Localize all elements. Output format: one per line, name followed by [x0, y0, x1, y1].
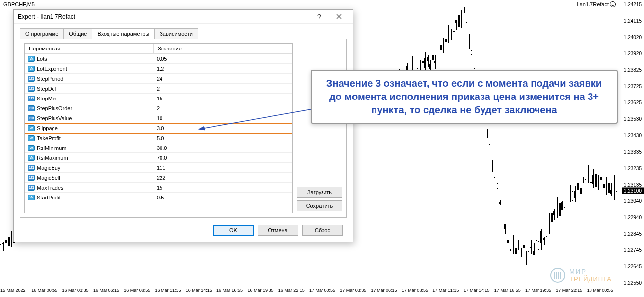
- param-value[interactable]: 5.0: [154, 135, 292, 141]
- save-button[interactable]: Сохранить: [297, 200, 342, 211]
- param-row-stepdel[interactable]: 123StepDel2: [25, 84, 292, 94]
- candle: [577, 180, 579, 191]
- load-button[interactable]: Загрузить: [297, 187, 342, 198]
- param-value[interactable]: 15: [154, 96, 292, 101]
- param-row-stepplusvalue[interactable]: 123StepPlusValue10: [25, 113, 292, 123]
- param-row-slippage[interactable]: VaSlippage3.0: [25, 123, 292, 133]
- x-tick: 17 Mar 06:15: [371, 286, 402, 297]
- param-name: RsiMaximum: [37, 155, 68, 161]
- int-type-icon: 123: [28, 96, 35, 101]
- int-type-icon: 123: [28, 175, 35, 181]
- double-type-icon: Va: [28, 155, 35, 161]
- param-value[interactable]: 2: [154, 86, 292, 92]
- candle: [562, 201, 563, 210]
- close-button[interactable]: [329, 11, 349, 23]
- candle: [551, 207, 553, 230]
- parameters-table[interactable]: Переменная Значение VaLots0.05VaLotExpon…: [24, 43, 293, 213]
- candle: [580, 183, 582, 200]
- candle: [502, 210, 504, 219]
- x-tick: 15 Mar 2022: [0, 286, 31, 297]
- param-name: MagicSell: [37, 175, 60, 181]
- help-button[interactable]: ?: [309, 11, 329, 23]
- param-value[interactable]: 24: [154, 76, 292, 82]
- candle: [549, 213, 550, 233]
- x-tick: 17 Mar 11:35: [432, 286, 463, 297]
- y-tick: 1.23235: [624, 165, 642, 171]
- y-tick: 1.23725: [624, 84, 642, 89]
- x-tick: 16 Mar 06:15: [93, 286, 124, 297]
- candle: [489, 136, 491, 148]
- candle: [588, 165, 589, 183]
- param-value[interactable]: 70.0: [154, 155, 292, 161]
- param-value[interactable]: 2: [154, 105, 292, 111]
- chart-ea-name: Ilan1.7Refact: [577, 1, 609, 7]
- param-row-takeprofit[interactable]: VaTakeProfit5.0: [25, 133, 292, 143]
- tab-0[interactable]: О программе: [20, 28, 64, 39]
- param-value[interactable]: 3.0: [154, 125, 292, 131]
- x-tick: 17 Mar 19:35: [525, 286, 556, 297]
- tab-3[interactable]: Зависимости: [154, 28, 198, 39]
- chart-symbol-timeframe: GBPCHF,M5: [3, 1, 35, 7]
- int-type-icon: 123: [28, 76, 35, 82]
- candle: [598, 175, 599, 190]
- candle: [572, 185, 574, 203]
- watermark-logo: МИР ТРЕЙДИНГА: [550, 268, 612, 283]
- candle: [559, 203, 561, 224]
- candle: [583, 177, 584, 183]
- param-row-maxtrades[interactable]: 123MaxTrades15: [25, 183, 292, 193]
- param-row-stepplusorder[interactable]: 123StepPlusOrder2: [25, 103, 292, 113]
- param-value[interactable]: 222: [154, 175, 292, 181]
- col-header-variable[interactable]: Переменная: [25, 44, 154, 53]
- annotation-callout: Значение 3 означает, что если с момента …: [311, 70, 618, 124]
- param-value[interactable]: 30.0: [154, 145, 292, 151]
- param-row-stepperiod[interactable]: 123StepPeriod24: [25, 74, 292, 84]
- cancel-button[interactable]: Отмена: [258, 225, 298, 236]
- y-tick: 1.22745: [624, 247, 642, 252]
- expert-properties-dialog: Expert - Ilan1.7Refact ? О программеОбщи…: [13, 9, 353, 242]
- param-value[interactable]: 10: [154, 115, 292, 121]
- close-icon: [336, 14, 342, 19]
- candle: [456, 20, 457, 30]
- double-type-icon: Va: [28, 145, 35, 151]
- param-row-lots[interactable]: VaLots0.05: [25, 54, 292, 64]
- candle: [471, 45, 473, 59]
- param-name: Lots: [37, 56, 47, 62]
- tab-1[interactable]: Общие: [63, 28, 92, 39]
- ok-button[interactable]: OK: [213, 225, 254, 236]
- param-name: Slippage: [37, 125, 58, 131]
- param-row-startprofit[interactable]: VaStartProfit0.5: [25, 193, 292, 202]
- double-type-icon: Va: [28, 56, 35, 62]
- candle: [443, 38, 444, 53]
- param-value[interactable]: 1.2: [154, 66, 292, 72]
- reset-button[interactable]: Сброс: [302, 225, 343, 236]
- param-row-rsiminimum[interactable]: VaRsiMinimum30.0: [25, 143, 292, 153]
- param-row-rsimaximum[interactable]: VaRsiMaximum70.0: [25, 153, 292, 163]
- y-tick: 1.23335: [624, 149, 642, 154]
- candle: [528, 242, 530, 260]
- x-tick: 18 Mar 00:55: [587, 286, 618, 297]
- col-header-value[interactable]: Значение: [154, 44, 292, 53]
- candle: [606, 177, 607, 195]
- x-tick: 17 Mar 08:55: [402, 286, 432, 297]
- candle: [515, 248, 517, 261]
- candle: [541, 229, 542, 250]
- candle: [603, 177, 605, 194]
- param-value[interactable]: 0.5: [154, 195, 292, 200]
- param-row-magicbuy[interactable]: 123MagicBuy111: [25, 163, 292, 173]
- param-value[interactable]: 0.05: [154, 56, 292, 62]
- param-name: StepPeriod: [37, 76, 63, 82]
- int-type-icon: 123: [28, 105, 35, 111]
- tab-2[interactable]: Входные параметры: [92, 28, 155, 39]
- price-axis: 1.242151.241151.240201.239201.238251.237…: [618, 0, 644, 286]
- param-value[interactable]: 111: [154, 165, 292, 171]
- dialog-titlebar[interactable]: Expert - Ilan1.7Refact ?: [14, 10, 353, 24]
- candle: [487, 129, 488, 138]
- candle: [564, 193, 566, 214]
- param-name: StepPlusValue: [37, 115, 72, 121]
- param-row-magicsell[interactable]: 123MagicSell222: [25, 173, 292, 183]
- param-value[interactable]: 15: [154, 185, 292, 191]
- param-row-lotexponent[interactable]: VaLotExponent1.2: [25, 64, 292, 74]
- candle: [521, 248, 522, 257]
- current-price-tag: 1.23100: [622, 188, 644, 194]
- param-row-stepmin[interactable]: 123StepMin15: [25, 94, 292, 103]
